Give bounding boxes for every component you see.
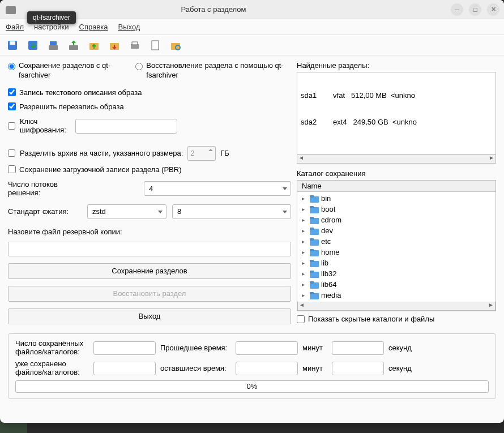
tree-item[interactable]: ▸home bbox=[300, 247, 493, 258]
expand-arrow-icon[interactable]: ▸ bbox=[302, 258, 307, 268]
tree-item-label: media bbox=[321, 290, 341, 301]
folder-icon bbox=[310, 248, 319, 256]
radio-save-label: Сохранение разделов с qt-fsarchiver bbox=[19, 61, 124, 80]
saved-count-input bbox=[93, 341, 156, 355]
radio-restore-input[interactable] bbox=[135, 63, 143, 70]
app-icon bbox=[5, 3, 17, 16]
check-pbr-input[interactable] bbox=[8, 165, 16, 173]
menu-exit[interactable]: Выход bbox=[118, 23, 140, 31]
backup-name-input[interactable] bbox=[8, 242, 291, 256]
menu-file[interactable]: Файл bbox=[6, 23, 24, 31]
catalog-hscroll[interactable] bbox=[297, 302, 496, 311]
compress-method-combo[interactable]: zstd bbox=[87, 204, 166, 219]
toolbar-folder-up-icon[interactable] bbox=[87, 38, 101, 52]
tree-item-label: cdrom bbox=[321, 215, 341, 225]
tree-item[interactable]: ▸boot bbox=[300, 204, 493, 215]
already-saved-label: уже сохранено файлов/каталогов: bbox=[15, 360, 89, 377]
elapsed-label: Прошедшее время: bbox=[160, 344, 231, 352]
svg-rect-39 bbox=[152, 41, 159, 50]
toolbar-save-icon[interactable] bbox=[6, 38, 19, 52]
tree-item[interactable]: ▸bin bbox=[300, 193, 493, 204]
svg-rect-49 bbox=[310, 228, 314, 230]
folder-icon bbox=[310, 238, 319, 246]
toolbar-save-arrow-icon[interactable] bbox=[26, 38, 40, 52]
toolbar-folder-down-icon[interactable] bbox=[108, 38, 121, 52]
split-unit: ГБ bbox=[220, 149, 229, 157]
toolbar-drive-restore-icon[interactable] bbox=[67, 38, 80, 52]
svg-rect-59 bbox=[310, 281, 314, 284]
svg-rect-61 bbox=[310, 292, 314, 294]
radio-save-partition[interactable]: Сохранение разделов с qt-fsarchiver bbox=[8, 61, 124, 80]
tree-item[interactable]: ▸cdrom bbox=[300, 215, 493, 225]
check-pbr[interactable]: Сохранение загрузочной записи раздела (P… bbox=[8, 165, 291, 174]
check-split-archive[interactable] bbox=[8, 149, 15, 157]
svg-rect-47 bbox=[310, 217, 314, 219]
split-size-spinner[interactable]: 2 bbox=[187, 146, 216, 161]
folder-icon bbox=[310, 259, 319, 267]
expand-arrow-icon[interactable]: ▸ bbox=[302, 204, 307, 215]
window-title: Работа с разделом bbox=[22, 5, 451, 14]
toolbar-drive-save-icon[interactable] bbox=[46, 38, 60, 52]
check-text-description-input[interactable] bbox=[8, 88, 16, 96]
close-button[interactable]: ✕ bbox=[487, 3, 499, 16]
check-overwrite-input[interactable] bbox=[8, 102, 16, 110]
tree-item[interactable]: ▸dev bbox=[300, 225, 493, 236]
catalog-body[interactable]: ▸bin▸boot▸cdrom▸dev▸etc▸home▸lib▸lib32▸l… bbox=[297, 192, 496, 302]
expand-arrow-icon[interactable]: ▸ bbox=[302, 193, 307, 204]
remaining-label: оставшиеся время: bbox=[160, 364, 231, 372]
check-text-description[interactable]: Запись текстового описания образа bbox=[8, 88, 291, 97]
svg-rect-45 bbox=[310, 206, 314, 208]
partition-row[interactable]: sda1 vfat 512,00 MB <unkno bbox=[298, 91, 494, 100]
stats-panel: Число сохранённых файлов/каталогов: Прош… bbox=[8, 333, 496, 399]
toolbar-print-icon[interactable] bbox=[128, 38, 142, 52]
progress-bar: 0% bbox=[15, 380, 489, 393]
split-label: Разделить архив на части, указанного раз… bbox=[20, 149, 183, 157]
remaining-minutes-input bbox=[236, 362, 298, 375]
tree-item[interactable]: ▸lib64 bbox=[300, 279, 493, 290]
threads-combo[interactable]: 4 bbox=[144, 181, 291, 196]
check-encryption[interactable] bbox=[8, 122, 15, 130]
tree-item[interactable]: ▸lib bbox=[300, 258, 493, 268]
threads-label: Число потоков решения: bbox=[8, 180, 82, 198]
tree-item[interactable]: ▸lib32 bbox=[300, 268, 493, 279]
catalog-header[interactable]: Name bbox=[297, 181, 496, 192]
save-partition-button[interactable]: Сохранение разделов bbox=[8, 263, 291, 279]
toolbar-folder-refresh-icon[interactable] bbox=[169, 38, 182, 52]
expand-arrow-icon[interactable]: ▸ bbox=[302, 247, 307, 258]
check-text-description-label: Запись текстового описания образа bbox=[19, 88, 142, 97]
toolbar-document-icon[interactable] bbox=[148, 38, 162, 52]
tooltip: qt-fsarchiver bbox=[27, 11, 76, 24]
radio-save-input[interactable] bbox=[8, 63, 15, 70]
expand-arrow-icon[interactable]: ▸ bbox=[302, 279, 307, 290]
partitions-list[interactable]: sda1 vfat 512,00 MB <unkno sda2 ext4 249… bbox=[297, 72, 496, 155]
maximize-button[interactable]: □ bbox=[469, 3, 481, 16]
tree-item-label: boot bbox=[321, 204, 335, 215]
expand-arrow-icon[interactable]: ▸ bbox=[302, 290, 307, 301]
expand-arrow-icon[interactable]: ▸ bbox=[302, 236, 307, 247]
svg-rect-51 bbox=[310, 238, 314, 241]
check-overwrite-label: Разрешить перезапись образа bbox=[19, 102, 124, 111]
partitions-hscroll[interactable] bbox=[297, 155, 496, 164]
check-show-hidden[interactable]: Показать скрытые каталоги и файлы bbox=[297, 315, 496, 323]
folder-icon bbox=[310, 195, 319, 203]
svg-rect-30 bbox=[10, 41, 15, 45]
check-pbr-label: Сохранение загрузочной записи раздела (P… bbox=[19, 165, 182, 174]
minimize-button[interactable]: ─ bbox=[451, 3, 463, 16]
menu-settings[interactable]: настройки bbox=[34, 23, 69, 31]
seconds-label-2: секунд bbox=[388, 364, 413, 372]
compress-level-combo[interactable]: 8 bbox=[172, 204, 291, 219]
menu-help[interactable]: Справка bbox=[79, 23, 108, 31]
svg-rect-33 bbox=[50, 41, 57, 45]
encryption-key-input[interactable] bbox=[75, 119, 177, 134]
check-overwrite[interactable]: Разрешить перезапись образа bbox=[8, 102, 291, 111]
check-show-hidden-input[interactable] bbox=[297, 315, 305, 323]
tree-item[interactable]: ▸etc bbox=[300, 236, 493, 247]
exit-button[interactable]: Выход bbox=[8, 308, 291, 324]
partition-row[interactable]: sda2 ext4 249,50 GB <unkno bbox=[298, 117, 494, 127]
expand-arrow-icon[interactable]: ▸ bbox=[302, 225, 307, 236]
tree-item[interactable]: ▸media bbox=[300, 290, 493, 301]
radio-restore-partition[interactable]: Восстановление раздела с помощью qt-fsar… bbox=[135, 61, 291, 80]
expand-arrow-icon[interactable]: ▸ bbox=[302, 268, 307, 279]
folder-icon bbox=[310, 281, 319, 289]
expand-arrow-icon[interactable]: ▸ bbox=[302, 215, 307, 225]
